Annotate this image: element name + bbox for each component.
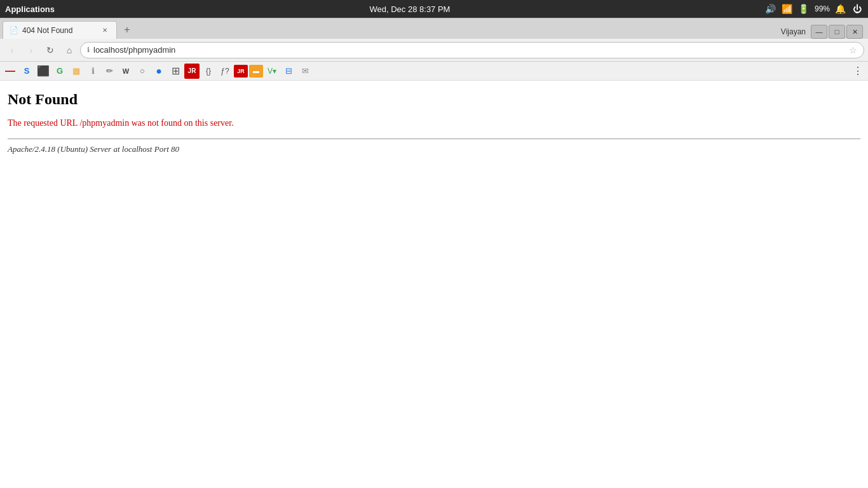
system-bar: Applications Wed, Dec 28 8:37 PM 🔊 📶 🔋 9… [0, 0, 868, 18]
ext-info-icon[interactable]: ℹ [85, 64, 100, 79]
volume-icon[interactable]: 🔊 [765, 3, 776, 15]
server-info: Apache/2.4.18 (Ubuntu) Server at localho… [8, 144, 860, 154]
user-label: Vijayan [781, 27, 806, 36]
ext-grid-icon[interactable]: ⊞ [168, 64, 183, 79]
wifi-icon[interactable]: 📶 [782, 3, 793, 15]
ext-calendar-icon[interactable]: ▦ [69, 64, 84, 79]
ext-red-block-icon[interactable]: JR [184, 64, 200, 79]
lock-icon: ℹ [87, 46, 90, 54]
active-tab[interactable]: 📄 404 Not Found ✕ [3, 21, 117, 39]
ext-bookmark-icon[interactable]: ⊟ [281, 64, 296, 79]
ext-blue-circle-icon[interactable]: ● [151, 64, 166, 79]
page-title: Not Found [8, 91, 860, 108]
address-bar[interactable] [93, 45, 845, 55]
battery-icon: 🔋 [798, 3, 810, 15]
new-tab-button[interactable]: + [118, 21, 136, 39]
ext-screen-icon[interactable]: ⬛ [36, 64, 51, 79]
ext-pen-icon[interactable]: ✏ [102, 64, 117, 79]
tab-bar-right: Vijayan — □ ✕ [136, 25, 865, 39]
notification-icon[interactable]: 🔔 [835, 3, 846, 15]
ext-f-icon[interactable]: ƒ? [217, 64, 233, 79]
error-message: The requested URL /phpmyadmin was not fo… [8, 118, 860, 128]
tab-close-button[interactable]: ✕ [100, 25, 110, 36]
ext-v-icon[interactable]: V▾ [264, 64, 280, 79]
forward-button[interactable]: › [23, 42, 39, 58]
page-content: Not Found The requested URL /phpmyadmin … [0, 81, 868, 488]
bookmark-star[interactable]: ☆ [849, 45, 857, 55]
ext-minus-icon[interactable]: — [3, 64, 18, 79]
ext-s-icon[interactable]: S [19, 64, 34, 79]
close-button[interactable]: ✕ [846, 25, 863, 39]
maximize-button[interactable]: □ [829, 25, 845, 39]
ext-mail-icon[interactable]: ✉ [297, 64, 313, 79]
ext-more-menu[interactable]: ⋮ [850, 64, 865, 79]
ext-wp-icon[interactable]: W [118, 64, 133, 79]
ext-circle-icon[interactable]: ○ [135, 64, 150, 79]
nav-bar: ‹ › ↻ ⌂ ℹ ☆ [0, 39, 868, 62]
browser-window: 📄 404 Not Found ✕ + Vijayan — □ ✕ ‹ › ↻ … [0, 18, 868, 488]
address-bar-wrapper[interactable]: ℹ ☆ [80, 42, 864, 58]
battery-percent: 99% [815, 4, 830, 13]
ext-g-icon[interactable]: G [52, 64, 67, 79]
page-divider [8, 139, 860, 139]
back-button[interactable]: ‹ [4, 42, 20, 58]
window-controls: — □ ✕ [811, 25, 863, 39]
ext-braces-icon[interactable]: {} [201, 64, 216, 79]
ext-jr-icon[interactable]: JR [234, 65, 248, 78]
extensions-bar: — S ⬛ G ▦ ℹ ✏ W ○ ● ⊞ JR {} ƒ? JR ▬ V▾ ⊟… [0, 62, 868, 81]
tab-favicon: 📄 [10, 26, 18, 34]
tab-title: 404 Not Found [22, 26, 96, 35]
system-tray: 🔊 📶 🔋 99% 🔔 ⏻ [765, 3, 863, 15]
home-button[interactable]: ⌂ [61, 42, 78, 58]
power-icon[interactable]: ⏻ [851, 3, 863, 15]
minimize-button[interactable]: — [811, 25, 827, 39]
reload-button[interactable]: ↻ [42, 42, 58, 58]
ext-yellow-icon[interactable]: ▬ [249, 65, 263, 78]
tab-bar: 📄 404 Not Found ✕ + Vijayan — □ ✕ [0, 18, 868, 39]
datetime: Wed, Dec 28 8:37 PM [370, 4, 451, 14]
app-menu[interactable]: Applications [5, 4, 55, 14]
